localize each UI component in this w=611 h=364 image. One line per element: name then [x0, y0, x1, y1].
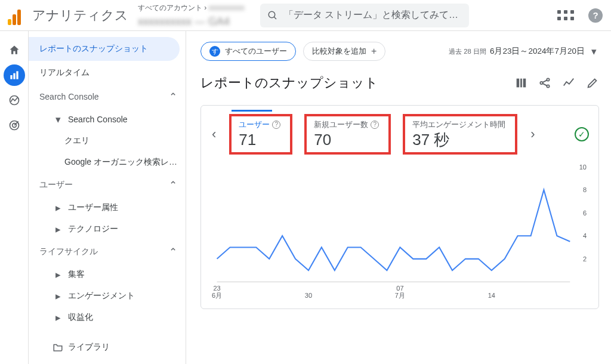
chevron-up-icon: ⌃: [168, 91, 178, 103]
sidebar-item-organic[interactable]: Google オーガニック検索レ…: [29, 152, 186, 173]
ga-logo[interactable]: [5, 6, 24, 25]
insights-icon[interactable]: [562, 76, 575, 90]
metric-users[interactable]: ユーザー? 71: [229, 114, 292, 155]
sidebar-item-acquisition[interactable]: ▸集客: [29, 264, 186, 285]
svg-point-13: [547, 78, 549, 81]
svg-point-14: [547, 85, 549, 87]
plus-icon: +: [371, 46, 377, 57]
svg-rect-4: [16, 71, 18, 79]
search-box[interactable]: 「データ ストリーム」と検索してみて…: [260, 4, 469, 27]
sidebar-item-library[interactable]: ライブラリ: [29, 337, 186, 358]
help-icon: ?: [272, 121, 280, 129]
svg-rect-9: [517, 79, 520, 88]
chevron-up-icon: ⌃: [168, 179, 178, 192]
search-icon: [267, 10, 278, 21]
date-range-picker[interactable]: 過去 28 日間 6月23日～2024年7月20日 ▾: [449, 45, 599, 58]
svg-rect-2: [10, 75, 12, 79]
sidebar-section-user[interactable]: ユーザー⌃: [29, 173, 186, 197]
caret-right-icon: ▸: [53, 223, 63, 236]
svg-rect-11: [523, 79, 526, 88]
folder-icon: [53, 342, 63, 353]
rail-explore-icon[interactable]: [4, 90, 25, 111]
main-content: す すべてのユーザー 比較対象を追加+ 過去 28 日間 6月23日～2024年…: [186, 31, 611, 364]
status-ok-icon[interactable]: ✓: [575, 127, 589, 141]
sidebar-item-snapshot[interactable]: レポートのスナップショット: [29, 37, 180, 61]
svg-point-0: [269, 11, 275, 18]
apps-icon[interactable]: [556, 6, 575, 25]
svg-rect-3: [13, 73, 15, 79]
sidebar-item-technology[interactable]: ▸テクノロジー: [29, 218, 186, 240]
sidebar-item-queries[interactable]: クエリ: [29, 130, 186, 152]
chevron-up-icon: ⌃: [168, 246, 178, 258]
sidebar-section-search-console[interactable]: Search Console⌃: [29, 85, 186, 109]
page-title: レポートのスナップショット: [200, 74, 378, 92]
sidebar-item-realtime[interactable]: リアルタイム: [29, 61, 180, 85]
metric-new-users[interactable]: 新規ユーザー数? 70: [304, 114, 391, 155]
account-selector[interactable]: すべてのアカウント › xxxxxxxxxx xxxxxxxxxx — GA4: [138, 3, 245, 28]
search-placeholder: 「データ ストリーム」と検索してみて…: [284, 9, 458, 21]
sidebar-group-search-console[interactable]: ▾Search Console: [29, 109, 186, 130]
caret-right-icon: ▸: [53, 290, 63, 303]
sidebar-section-lifecycle[interactable]: ライフサイクル⌃: [29, 240, 186, 264]
snapshot-card: ‹ ユーザー? 71 新規ユーザー数? 70 平均エンゲージメント時間 37 秒…: [200, 105, 599, 309]
svg-line-16: [542, 84, 547, 86]
rail-reports-icon[interactable]: [4, 64, 25, 86]
chip-all-users[interactable]: す すべてのユーザー: [200, 42, 296, 61]
prev-arrow-icon[interactable]: ‹: [211, 127, 217, 142]
svg-line-1: [274, 17, 276, 19]
left-rail: [0, 31, 29, 364]
svg-point-12: [540, 82, 542, 84]
rail-home-icon[interactable]: [4, 39, 25, 61]
chip-badge: す: [209, 46, 220, 57]
users-chart: 246810 236月30077月14: [211, 163, 589, 300]
svg-rect-10: [520, 79, 522, 88]
svg-line-15: [542, 80, 547, 82]
product-name: アナリティクス: [32, 7, 128, 24]
sidebar: レポートのスナップショット リアルタイム Search Console⌃ ▾Se…: [29, 31, 186, 364]
help-icon[interactable]: ?: [586, 6, 605, 25]
rail-advertising-icon[interactable]: [4, 115, 25, 136]
edit-icon[interactable]: [586, 76, 599, 90]
caret-right-icon: ▸: [53, 311, 63, 324]
caret-down-icon: ▾: [588, 45, 599, 58]
compare-icon[interactable]: [514, 76, 527, 90]
next-arrow-icon[interactable]: ›: [529, 127, 536, 142]
caret-right-icon: ▸: [53, 269, 63, 281]
sidebar-item-user-attributes[interactable]: ▸ユーザー属性: [29, 197, 186, 218]
metric-avg-engagement[interactable]: 平均エンゲージメント時間 37 秒: [403, 114, 517, 155]
share-icon[interactable]: [538, 76, 551, 90]
sidebar-item-engagement[interactable]: ▸エンゲージメント: [29, 285, 186, 307]
caret-down-icon: ▾: [53, 113, 63, 126]
caret-right-icon: ▸: [53, 202, 63, 214]
sidebar-item-monetization[interactable]: ▸収益化: [29, 307, 186, 328]
chip-add-comparison[interactable]: 比較対象を追加+: [303, 42, 385, 61]
top-bar: アナリティクス すべてのアカウント › xxxxxxxxxx xxxxxxxxx…: [0, 0, 611, 31]
help-icon: ?: [371, 121, 379, 129]
